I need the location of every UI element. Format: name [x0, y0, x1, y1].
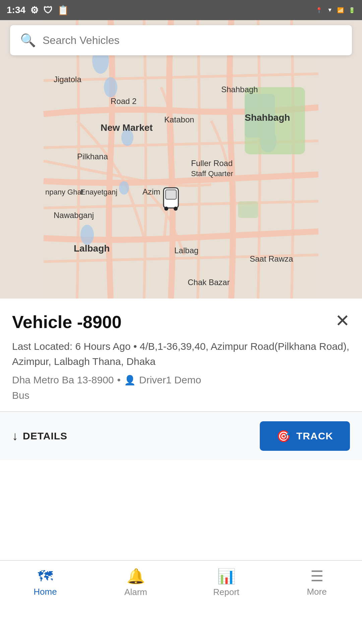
track-button[interactable]: 🎯 TRACK: [260, 421, 350, 451]
svg-point-32: [164, 207, 168, 211]
svg-text:Enayetganj: Enayetganj: [80, 188, 117, 196]
plate-driver-line: Dha Metro Ba 13-8900 • 👤 Driver1 Demo: [12, 374, 350, 386]
svg-point-5: [80, 225, 94, 245]
nav-report[interactable]: 📊 Report: [181, 561, 272, 604]
svg-text:Staff Quarter: Staff Quarter: [191, 169, 233, 178]
svg-text:Jigatola: Jigatola: [54, 75, 81, 84]
more-label: More: [307, 587, 326, 597]
home-icon: 🗺: [38, 568, 53, 585]
status-bar-left: 1:34 ⚙ 🛡 📋: [7, 5, 69, 16]
last-located-text: Last Located: 6 Hours Ago • 4/B,1-36,39,…: [12, 339, 350, 369]
signal-icon: 📶: [337, 7, 344, 13]
shield-icon: 🛡: [43, 5, 53, 16]
details-button[interactable]: ↓ DETAILS: [12, 429, 67, 443]
vehicle-info: Last Located: 6 Hours Ago • 4/B,1-36,39,…: [0, 339, 362, 401]
svg-point-2: [104, 77, 117, 97]
svg-text:New Market: New Market: [101, 122, 153, 133]
vehicle-header: Vehicle -8900 ✕: [0, 299, 362, 339]
bottom-navigation: 🗺 Home 🔔 Alarm 📊 Report ☰ More: [0, 560, 362, 604]
action-row: ↓ DETAILS 🎯 TRACK: [0, 412, 362, 460]
status-time: 1:34: [7, 5, 25, 15]
vehicle-title: Vehicle -8900: [12, 312, 122, 332]
location-icon: 📍: [316, 7, 322, 13]
arrow-down-icon: ↓: [12, 429, 18, 443]
search-icon: 🔍: [20, 33, 36, 48]
svg-text:Pilkhana: Pilkhana: [77, 152, 108, 161]
nav-home[interactable]: 🗺 Home: [0, 561, 90, 604]
svg-point-4: [119, 181, 129, 195]
report-label: Report: [213, 587, 239, 597]
nav-alarm[interactable]: 🔔 Alarm: [90, 561, 181, 604]
svg-text:npany Ghat: npany Ghat: [45, 188, 83, 196]
nav-more[interactable]: ☰ More: [272, 561, 362, 604]
wifi-icon: ▼: [327, 7, 333, 13]
svg-text:Chak Bazar: Chak Bazar: [188, 278, 230, 287]
svg-text:Shahbagh: Shahbagh: [221, 85, 258, 94]
svg-text:Nawabganj: Nawabganj: [54, 211, 94, 220]
svg-text:Saat Rawza: Saat Rawza: [250, 254, 293, 263]
track-label: TRACK: [296, 430, 333, 442]
report-icon: 📊: [217, 568, 236, 585]
alarm-icon: 🔔: [127, 568, 145, 585]
svg-text:Lalbag: Lalbag: [174, 246, 198, 255]
clipboard-icon: 📋: [57, 5, 69, 16]
close-button[interactable]: ✕: [335, 312, 350, 329]
status-bar-right: 📍 ▼ 📶 🔋: [316, 7, 355, 13]
track-icon: 🎯: [277, 429, 291, 443]
svg-rect-31: [166, 190, 176, 199]
svg-text:Road 2: Road 2: [111, 97, 136, 106]
status-bar: 1:34 ⚙ 🛡 📋 📍 ▼ 📶 🔋: [0, 0, 362, 20]
driver-name: Driver1 Demo: [139, 374, 201, 386]
vehicle-type: Bus: [12, 390, 350, 401]
svg-text:Fuller Road: Fuller Road: [191, 159, 233, 168]
home-label: Home: [34, 587, 57, 597]
alarm-label: Alarm: [124, 587, 147, 597]
details-label: DETAILS: [23, 430, 67, 442]
map-area[interactable]: Kalabagan Old Eskaton Banglamotor Jigato…: [0, 20, 362, 299]
settings-icon: ⚙: [30, 5, 39, 16]
svg-text:Shahbagh: Shahbagh: [245, 112, 290, 123]
svg-text:Lalbagh: Lalbagh: [74, 243, 110, 254]
vehicle-panel: Vehicle -8900 ✕ Last Located: 6 Hours Ag…: [0, 299, 362, 644]
person-icon: 👤: [124, 375, 136, 386]
svg-text:Azim: Azim: [142, 187, 160, 196]
search-input[interactable]: [43, 34, 342, 47]
svg-text:Katabon: Katabon: [164, 115, 194, 124]
bullet-separator: •: [117, 374, 121, 386]
svg-rect-9: [238, 201, 258, 218]
svg-point-33: [174, 207, 178, 211]
more-icon: ☰: [310, 568, 323, 585]
plate-number: Dha Metro Ba 13-8900: [12, 374, 114, 386]
battery-icon: 🔋: [349, 7, 355, 13]
search-bar[interactable]: 🔍: [10, 25, 352, 55]
